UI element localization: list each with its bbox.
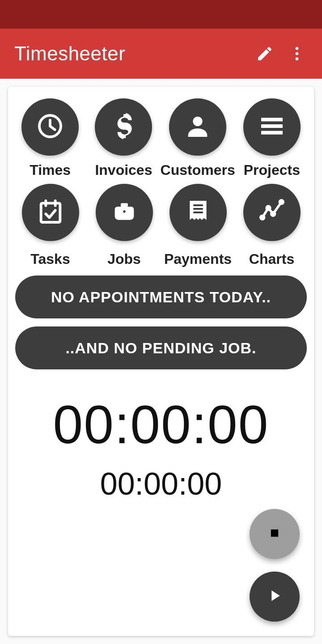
clock-icon [36, 112, 64, 142]
svg-point-17 [267, 206, 270, 210]
nav-tasks-label: Tasks [30, 251, 70, 267]
nav-customers[interactable]: Customers [161, 95, 235, 180]
appointments-status[interactable]: NO APPOINTMENTS TODAY.. [15, 275, 307, 318]
svg-rect-6 [261, 124, 283, 128]
svg-rect-14 [193, 208, 203, 210]
timer-large: 00:00:00 [8, 394, 314, 455]
app-toolbar: Timesheeter [0, 29, 322, 79]
nav-invoices-label: Invoices [95, 162, 152, 178]
svg-rect-11 [121, 203, 128, 207]
svg-rect-7 [261, 131, 283, 135]
svg-rect-13 [193, 204, 203, 206]
nav-tasks[interactable]: Tasks [13, 180, 87, 269]
nav-times-label: Times [30, 162, 71, 178]
svg-point-2 [296, 57, 299, 60]
edit-icon[interactable] [249, 38, 281, 70]
nav-times[interactable]: Times [13, 95, 87, 180]
nav-charts[interactable]: Charts [235, 180, 309, 269]
nav-payments[interactable]: Payments [161, 180, 235, 269]
svg-point-12 [123, 210, 125, 212]
nav-grid-row-2: Tasks Jobs Payments Charts [8, 180, 314, 269]
svg-point-19 [280, 200, 283, 204]
svg-rect-20 [271, 530, 278, 537]
main-card: Times Invoices Customers Projects Tas [8, 87, 314, 636]
play-icon [266, 587, 284, 606]
pending-job-status[interactable]: ..AND NO PENDING JOB. [15, 326, 307, 369]
chart-line-icon [258, 197, 286, 228]
receipt-icon [184, 197, 212, 228]
list-icon [258, 112, 286, 142]
nav-grid-row-1: Times Invoices Customers Projects [8, 95, 314, 180]
overflow-menu-icon[interactable] [281, 38, 313, 70]
svg-rect-5 [261, 118, 283, 121]
nav-projects[interactable]: Projects [235, 95, 309, 180]
dollar-icon [109, 112, 138, 142]
stop-icon [268, 527, 281, 541]
briefcase-icon [110, 197, 139, 228]
svg-point-1 [296, 52, 299, 55]
svg-point-16 [260, 216, 264, 219]
svg-rect-8 [41, 203, 60, 222]
nav-invoices[interactable]: Invoices [87, 95, 160, 180]
app-title: Timesheeter [14, 42, 249, 65]
calendar-check-icon [36, 197, 65, 228]
nav-payments-label: Payments [164, 251, 232, 267]
svg-point-4 [193, 117, 202, 126]
nav-projects-label: Projects [244, 162, 300, 178]
nav-jobs-label: Jobs [107, 251, 141, 267]
nav-customers-label: Customers [161, 162, 235, 178]
stop-button[interactable] [250, 509, 300, 559]
svg-point-18 [271, 212, 275, 216]
svg-point-0 [296, 47, 299, 50]
nav-jobs[interactable]: Jobs [87, 180, 161, 269]
svg-rect-15 [193, 212, 203, 213]
person-icon [183, 112, 212, 142]
play-button[interactable] [250, 572, 300, 622]
timer-small: 00:00:00 [8, 466, 314, 502]
nav-charts-label: Charts [249, 251, 294, 267]
android-status-bar [0, 0, 322, 29]
